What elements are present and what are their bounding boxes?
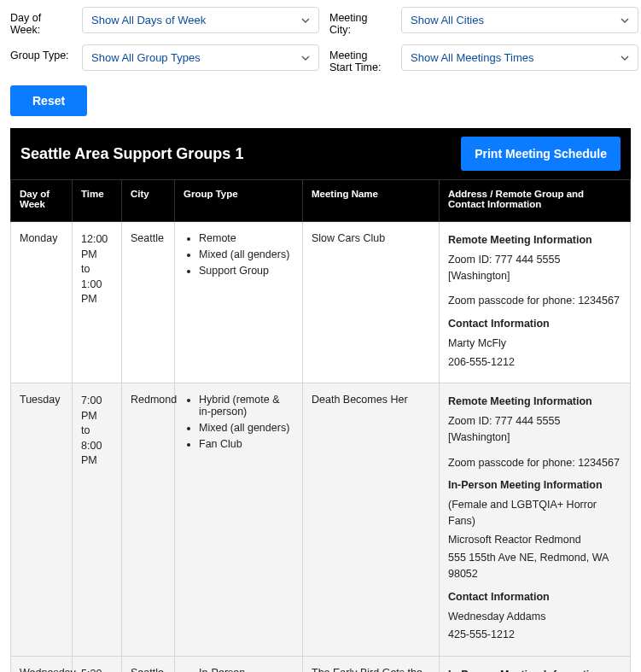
page-title: Seattle Area Support Groups 1 (20, 145, 243, 163)
cell-type: Hybrid (remote & in-person)Mixed (all ge… (175, 383, 303, 657)
group-type-item: Remote (199, 232, 294, 244)
info-heading: Contact Information (448, 589, 621, 605)
city-filter-select[interactable]: Show All Cities (401, 7, 638, 33)
day-filter-value: Show All Days of Week (91, 14, 206, 26)
cell-type: RemoteMixed (all genders)Support Group (175, 222, 303, 383)
info-line: Wednesday Addams (448, 609, 621, 625)
cell-time: 7:00 PMto8:00 PM (73, 383, 122, 657)
cell-day: Tuesday (11, 383, 73, 657)
info-line: Marty McFly (448, 336, 621, 352)
info-line: (Female and LGBTQIA+ Horror Fans) (448, 497, 621, 529)
col-city: City (122, 180, 175, 222)
info-line: Zoom passcode for phone: 1234567 (448, 455, 621, 471)
cell-time: 5:30 AMto6:30 AM (73, 657, 122, 673)
group-type-item: Mixed (all genders) (199, 422, 294, 434)
cell-time: 12:00 PMto1:00 PM (73, 222, 122, 383)
info-line: Zoom passcode for phone: 1234567 (448, 293, 621, 309)
info-line: Zoom ID: 777 444 5555 [Washington] (448, 413, 621, 446)
table-header-row: Day of Week Time City Group Type Meeting… (11, 180, 631, 222)
table-row: Monday12:00 PMto1:00 PMSeattleRemoteMixe… (11, 222, 631, 383)
info-line: 425-555-1212 (448, 627, 621, 643)
cell-type: In-PersonMixed (all genders)Professional… (175, 657, 303, 673)
table-row: Wednesday5:30 AMto6:30 AMSeattleIn-Perso… (11, 657, 631, 673)
col-time: Time (73, 180, 122, 222)
day-filter-label: Day of Week: (10, 7, 72, 36)
info-heading: Remote Meeting Information (448, 394, 621, 410)
meetings-table: Day of Week Time City Group Type Meeting… (10, 179, 631, 672)
cell-name: Death Becomes Her (303, 383, 440, 657)
group-type-item: Fan Club (199, 438, 294, 450)
col-day: Day of Week (11, 180, 73, 222)
col-name: Meeting Name (303, 180, 440, 222)
city-filter-value: Show All Cities (411, 14, 484, 26)
group-type-item: Support Group (199, 265, 294, 277)
info-line: 555 155th Ave NE, Redmond, WA 98052 (448, 550, 621, 582)
group-type-item: In-Person (199, 667, 294, 672)
cell-day: Monday (11, 222, 73, 383)
cell-name: Slow Cars Club (303, 222, 440, 383)
group-type-item: Mixed (all genders) (199, 248, 294, 260)
time-filter-select[interactable]: Show All Meetings Times (401, 44, 638, 71)
city-filter-label: Meeting City: (329, 7, 391, 36)
cell-city: Seattle (122, 222, 175, 383)
info-line: 206-555-1212 (448, 354, 621, 371)
cell-info: Remote Meeting InformationZoom ID: 777 4… (440, 383, 631, 657)
col-info: Address / Remote Group and Contact Infor… (440, 180, 631, 222)
group-type-item: Hybrid (remote & in-person) (199, 394, 294, 418)
info-heading: Contact Information (448, 316, 621, 332)
cell-info: In-Person Meeting Information(Overachiev… (440, 657, 631, 673)
time-filter-label: Meeting Start Time: (329, 44, 391, 73)
info-heading: In-Person Meeting Information (448, 477, 621, 494)
print-button[interactable]: Print Meeting Schedule (461, 137, 621, 171)
col-type: Group Type (175, 180, 303, 222)
info-heading: In-Person Meeting Information (448, 667, 621, 672)
info-line: Microsoft Reactor Redmond (448, 532, 621, 548)
cell-info: Remote Meeting InformationZoom ID: 777 4… (440, 222, 631, 383)
filters-panel: Day of Week: Show All Days of Week Meeti… (10, 7, 631, 73)
cell-city: Redmond (122, 383, 175, 657)
time-filter-value: Show All Meetings Times (411, 51, 534, 64)
reset-button[interactable]: Reset (10, 85, 87, 116)
cell-name: The Early Bird Gets the Promotion (303, 657, 440, 673)
info-line: Zoom ID: 777 444 5555 [Washington] (448, 252, 621, 284)
day-filter-select[interactable]: Show All Days of Week (82, 7, 319, 33)
type-filter-value: Show All Group Types (91, 51, 201, 64)
table-row: Tuesday7:00 PMto8:00 PMRedmondHybrid (re… (11, 383, 631, 657)
cell-day: Wednesday (11, 657, 73, 673)
type-filter-select[interactable]: Show All Group Types (82, 44, 319, 71)
cell-city: Seattle (122, 657, 175, 673)
info-heading: Remote Meeting Information (448, 232, 621, 248)
title-bar: Seattle Area Support Groups 1 Print Meet… (10, 128, 631, 179)
type-filter-label: Group Type: (10, 44, 72, 61)
